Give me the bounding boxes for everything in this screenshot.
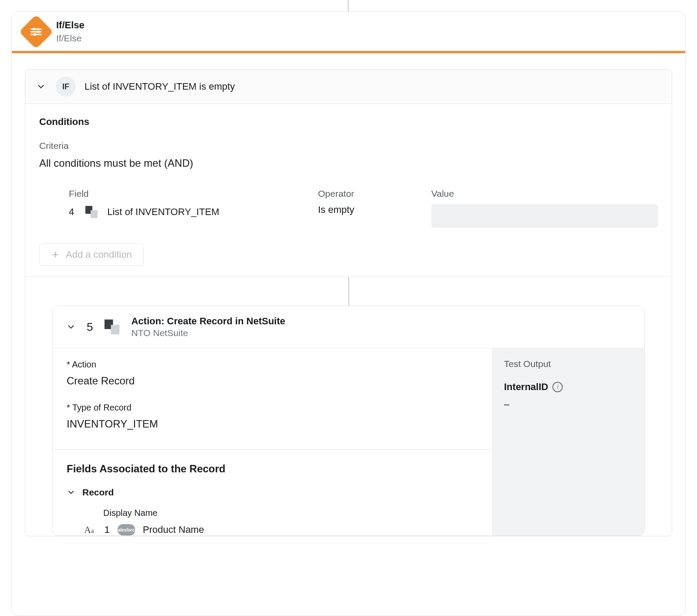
- conditions-panel: IF List of INVENTORY_ITEM is empty Condi…: [25, 69, 672, 536]
- text-type-icon: Aa: [84, 524, 94, 535]
- collapse-toggle-if[interactable]: [35, 81, 47, 93]
- condition-operator[interactable]: Is empty: [318, 204, 423, 215]
- action-value[interactable]: Create Record: [67, 375, 478, 387]
- card-title: If/Else: [56, 20, 85, 31]
- netsuite-icon: [102, 317, 122, 337]
- svg-rect-6: [111, 325, 120, 334]
- action-step-number: 5: [87, 320, 93, 334]
- chevron-down-icon: [36, 82, 46, 91]
- ifelse-card: If/Else If/Else IF List of INVENTORY_ITE…: [11, 11, 686, 616]
- vertical-connector: [348, 277, 349, 306]
- action-card: 5 Action: Create Record in NetSuite NTO …: [52, 306, 645, 536]
- if-branch-title: List of INVENTORY_ITEM is empty: [85, 81, 235, 92]
- type-label: * Type of Record: [67, 403, 478, 413]
- action-subtitle: NTO NetSuite: [131, 328, 285, 338]
- condition-field-cell[interactable]: 4 List of INVENTORY_ITEM: [69, 204, 309, 220]
- criteria-text: All conditions must be met (AND): [39, 157, 658, 169]
- col-value-label: Value: [431, 189, 658, 199]
- internalid-label: InternalID: [504, 381, 548, 393]
- info-icon[interactable]: i: [552, 382, 563, 392]
- col-operator-label: Operator: [318, 189, 423, 199]
- conditions-heading: Conditions: [39, 116, 658, 128]
- display-name-step: 1: [105, 524, 110, 535]
- orange-divider-cap: [12, 53, 685, 54]
- add-condition-label: Add a condition: [66, 249, 132, 260]
- svg-rect-4: [91, 210, 98, 218]
- ifelse-header: If/Else If/Else: [12, 12, 685, 51]
- salesforce-icon: salesforce: [118, 524, 135, 535]
- type-value[interactable]: INVENTORY_ITEM: [67, 418, 478, 430]
- if-badge: IF: [56, 77, 76, 97]
- conditions-panel-header[interactable]: IF List of INVENTORY_ITEM is empty: [25, 70, 672, 104]
- svg-point-2: [34, 33, 37, 36]
- criteria-label: Criteria: [39, 141, 658, 151]
- netsuite-icon: [84, 204, 99, 220]
- add-condition-button[interactable]: Add a condition: [39, 243, 144, 266]
- svg-point-0: [33, 28, 35, 30]
- action-body: * Action Create Record * Type of Record …: [53, 348, 644, 535]
- condition-field-text: List of INVENTORY_ITEM: [107, 206, 219, 218]
- conditions-body: Conditions Criteria All conditions must …: [25, 104, 672, 276]
- chevron-down-icon: [67, 488, 75, 497]
- test-output-label: Test Output: [504, 359, 633, 369]
- test-output-panel: Test Output InternalID i –: [493, 348, 644, 535]
- plus-icon: [51, 250, 60, 259]
- record-row[interactable]: Record: [67, 487, 478, 498]
- connector-top: [348, 0, 349, 11]
- condition-value-input[interactable]: [431, 204, 658, 228]
- internalid-value: –: [504, 399, 633, 410]
- action-title: Action: Create Record in NetSuite: [131, 316, 285, 327]
- svg-point-1: [37, 30, 40, 33]
- display-name-row[interactable]: Aa 1 salesforce Product Name: [84, 524, 478, 535]
- action-label: * Action: [67, 360, 478, 370]
- col-field-label: Field: [69, 189, 309, 199]
- card-subtitle: If/Else: [56, 32, 85, 44]
- condition-step-number: 4: [69, 206, 74, 218]
- display-name-value: Product Name: [143, 524, 204, 535]
- action-left: * Action Create Record * Type of Record …: [53, 348, 493, 535]
- chevron-down-icon: [66, 322, 76, 332]
- fields-title: Fields Associated to the Record: [67, 463, 478, 475]
- display-name-label: Display Name: [103, 508, 478, 518]
- record-label: Record: [82, 487, 114, 498]
- ifelse-icon: [19, 14, 53, 49]
- action-header[interactable]: 5 Action: Create Record in NetSuite NTO …: [53, 306, 644, 348]
- collapse-toggle-action[interactable]: [65, 321, 77, 333]
